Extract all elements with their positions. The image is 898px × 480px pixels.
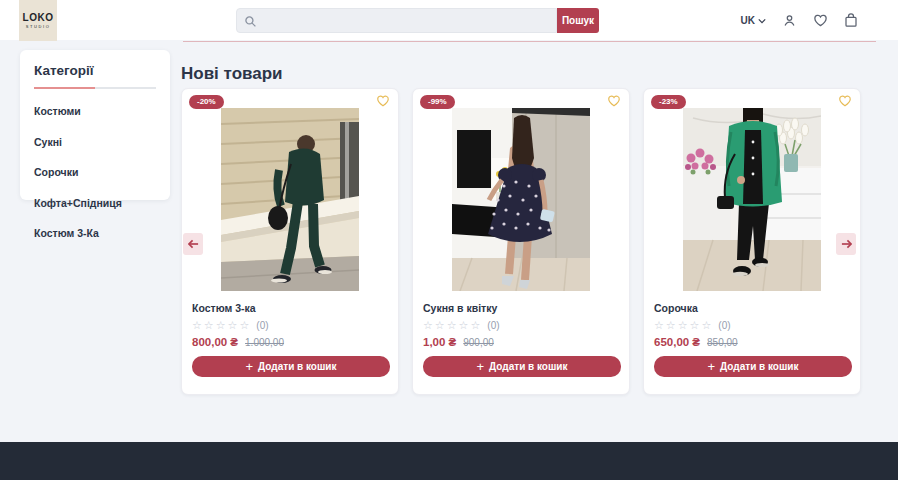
product-prices: 800,00 ₴ 1.000,00: [192, 336, 388, 348]
search-bar: Пошук: [236, 8, 599, 33]
logo-subtext: STUDIO: [26, 24, 51, 29]
product-card: -23%: [643, 88, 861, 395]
page: LOKO STUDIO Пошук UK: [0, 0, 898, 480]
arrow-left-icon: [188, 239, 199, 249]
old-price: 900,00: [463, 337, 494, 348]
product-photo[interactable]: [683, 108, 821, 291]
star-icons: ☆☆☆☆☆: [423, 319, 482, 332]
price: 650,00 ₴: [654, 336, 700, 348]
category-item: Костюми: [34, 101, 156, 119]
add-to-cart-button[interactable]: + Додати в кошик: [654, 356, 852, 377]
category-item: Сорочки: [34, 162, 156, 180]
product-rating: ☆☆☆☆☆ (0): [423, 319, 619, 332]
product-prices: 1,00 ₴ 900,00: [423, 336, 619, 348]
category-list: Костюми Сукні Сорочки Кофта+Спідниця Кос…: [34, 101, 156, 241]
product-info: Сукня в квітку ☆☆☆☆☆ (0) 1,00 ₴ 900,00 +…: [413, 302, 629, 377]
old-price: 850,00: [707, 337, 738, 348]
product-title[interactable]: Сукня в квітку: [423, 302, 619, 314]
sidebar-item-kofta-spidnytsia[interactable]: Кофта+Спідниця: [34, 197, 122, 209]
product-card: -20%: [181, 88, 399, 395]
sidebar-divider: [34, 87, 156, 89]
old-price: 1.000,00: [245, 337, 284, 348]
favorite-heart-icon[interactable]: [376, 94, 390, 107]
product-info: Сорочка ☆☆☆☆☆ (0) 650,00 ₴ 850,00 + Дода…: [644, 302, 860, 377]
product-title[interactable]: Костюм 3-ка: [192, 302, 388, 314]
footer: [0, 442, 898, 480]
header-actions: UK: [741, 0, 858, 40]
add-to-cart-button[interactable]: + Додати в кошик: [192, 356, 390, 377]
search-input[interactable]: [263, 9, 553, 32]
category-item: Сукні: [34, 132, 156, 150]
product-prices: 650,00 ₴ 850,00: [654, 336, 850, 348]
product-photo[interactable]: [452, 108, 590, 291]
search-button[interactable]: Пошук: [557, 8, 599, 33]
discount-badge: -99%: [420, 95, 455, 109]
logo[interactable]: LOKO STUDIO: [19, 0, 57, 41]
add-to-cart-label: Додати в кошик: [258, 361, 336, 372]
product-rating: ☆☆☆☆☆ (0): [192, 319, 388, 332]
rating-count: (0): [487, 320, 499, 331]
categories-sidebar: Категорії Костюми Сукні Сорочки Кофта+Сп…: [20, 50, 170, 200]
wishlist-icon[interactable]: [813, 13, 828, 27]
logo-text: LOKO: [23, 13, 54, 23]
rating-count: (0): [718, 320, 730, 331]
cart-icon[interactable]: [844, 13, 858, 28]
product-card: -99%: [412, 88, 630, 395]
sidebar-item-kostiumy[interactable]: Костюми: [34, 105, 81, 117]
product-title[interactable]: Сорочка: [654, 302, 850, 314]
add-to-cart-label: Додати в кошик: [720, 361, 798, 372]
page-title: Нові товари: [181, 64, 283, 84]
header: LOKO STUDIO Пошук UK: [0, 0, 898, 40]
header-divider: [183, 41, 876, 42]
language-label: UK: [741, 15, 755, 26]
category-item: Кофта+Спідниця: [34, 193, 156, 211]
arrow-right-icon: [841, 239, 852, 249]
star-icons: ☆☆☆☆☆: [654, 319, 713, 332]
discount-badge: -23%: [651, 95, 686, 109]
sidebar-title: Категорії: [34, 63, 156, 78]
plus-icon: +: [708, 360, 716, 373]
add-to-cart-button[interactable]: + Додати в кошик: [423, 356, 621, 377]
account-icon[interactable]: [782, 13, 797, 28]
favorite-heart-icon[interactable]: [607, 94, 621, 107]
plus-icon: +: [477, 360, 485, 373]
sidebar-item-sorochky[interactable]: Сорочки: [34, 166, 78, 178]
product-rating: ☆☆☆☆☆ (0): [654, 319, 850, 332]
plus-icon: +: [246, 360, 254, 373]
category-item: Костюм 3-Ка: [34, 223, 156, 241]
product-photo[interactable]: [221, 108, 359, 291]
price: 1,00 ₴: [423, 336, 456, 348]
price: 800,00 ₴: [192, 336, 238, 348]
search-icon: [244, 14, 257, 32]
language-selector[interactable]: UK: [741, 15, 766, 26]
rating-count: (0): [256, 320, 268, 331]
carousel-prev-button[interactable]: [183, 233, 203, 255]
sidebar-item-kostium-3ka[interactable]: Костюм 3-Ка: [34, 227, 99, 239]
chevron-down-icon: [758, 15, 766, 26]
sidebar-item-sukni[interactable]: Сукні: [34, 136, 62, 148]
star-icons: ☆☆☆☆☆: [192, 319, 251, 332]
favorite-heart-icon[interactable]: [838, 94, 852, 107]
add-to-cart-label: Додати в кошик: [489, 361, 567, 372]
carousel-next-button[interactable]: [836, 233, 856, 255]
discount-badge: -20%: [189, 95, 224, 109]
product-info: Костюм 3-ка ☆☆☆☆☆ (0) 800,00 ₴ 1.000,00 …: [182, 302, 398, 377]
